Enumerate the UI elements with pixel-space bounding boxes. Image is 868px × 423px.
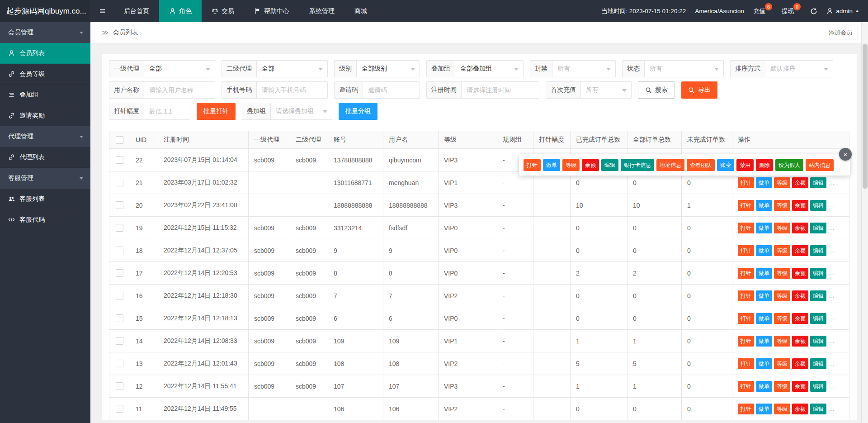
edit-button[interactable]: 编辑 bbox=[810, 290, 826, 301]
withdraw-link[interactable]: 提现 0 bbox=[782, 0, 801, 22]
sidebar-item-service-code[interactable]: 客服代码 bbox=[0, 209, 90, 230]
make-order-button[interactable]: 做单 bbox=[756, 223, 772, 233]
make-order-button[interactable]: 做单 bbox=[756, 200, 772, 211]
status-filter[interactable]: 状态所有 bbox=[622, 60, 724, 77]
more-actions-button[interactable]: ... bbox=[828, 224, 835, 231]
edit-button[interactable]: 编辑 bbox=[810, 177, 826, 188]
sidebar-group-service-management[interactable]: 客服管理 bbox=[0, 168, 90, 189]
batch-group-button[interactable]: 批量分组 bbox=[339, 103, 377, 120]
sidebar-group-member-management[interactable]: 会员管理 bbox=[0, 22, 90, 43]
edit-button[interactable]: 编辑 bbox=[810, 200, 826, 211]
level-button[interactable]: 等级 bbox=[774, 381, 790, 392]
more-actions-button[interactable]: ... bbox=[828, 315, 835, 322]
more-actions-button[interactable]: ... bbox=[828, 270, 835, 276]
level-filter[interactable]: 级别全部级别 bbox=[334, 60, 420, 77]
invite-code-input[interactable] bbox=[363, 82, 420, 98]
username-input[interactable] bbox=[144, 82, 215, 98]
edit-button[interactable]: 编辑 bbox=[810, 381, 826, 392]
level-button[interactable]: 等级 bbox=[774, 404, 790, 414]
page-scrollbar[interactable] bbox=[861, 22, 868, 423]
popup-close-button[interactable]: × bbox=[839, 148, 852, 161]
inject-button[interactable]: 打针 bbox=[738, 313, 754, 324]
row-checkbox[interactable] bbox=[116, 405, 123, 413]
inject-range-input[interactable] bbox=[144, 103, 190, 119]
sidebar-toggle-button[interactable] bbox=[90, 0, 114, 22]
more-actions-button[interactable]: ... bbox=[828, 337, 835, 344]
recharge-link[interactable]: 充值 6 bbox=[753, 0, 773, 22]
balance-button[interactable]: 余额 bbox=[792, 245, 808, 256]
inject-button[interactable]: 打针 bbox=[738, 336, 754, 347]
select-all-checkbox[interactable] bbox=[116, 136, 123, 144]
inject-button[interactable]: 打针 bbox=[738, 381, 754, 392]
account-change-button[interactable]: 账变 bbox=[717, 159, 734, 171]
more-actions-button[interactable]: ... bbox=[828, 247, 835, 254]
inject-button[interactable]: 打针 bbox=[738, 223, 754, 233]
sidebar-group-agent-management[interactable]: 代理管理 bbox=[0, 126, 90, 147]
edit-button[interactable]: 编辑 bbox=[810, 268, 826, 279]
inject-button[interactable]: 打针 bbox=[738, 177, 754, 188]
level-button[interactable]: 等级 bbox=[562, 159, 580, 171]
more-actions-button[interactable]: ... bbox=[828, 383, 835, 390]
level-button[interactable]: 等级 bbox=[774, 177, 790, 188]
row-checkbox[interactable] bbox=[116, 382, 123, 390]
nav-item-trade[interactable]: 交易 bbox=[202, 0, 244, 22]
row-checkbox[interactable] bbox=[116, 179, 123, 186]
row-checkbox[interactable] bbox=[116, 314, 123, 322]
inject-button[interactable]: 打针 bbox=[738, 290, 754, 301]
first-recharge-filter[interactable]: 首次充值所有 bbox=[546, 81, 632, 99]
admin-menu[interactable]: admin bbox=[826, 8, 859, 14]
make-order-button[interactable]: 做单 bbox=[756, 313, 772, 324]
make-order-button[interactable]: 做单 bbox=[756, 177, 772, 188]
sidebar-item-member-level[interactable]: 会员等级 bbox=[0, 64, 90, 85]
nav-item-system[interactable]: 系统管理 bbox=[299, 0, 344, 22]
level-button[interactable]: 等级 bbox=[774, 245, 790, 256]
level-button[interactable]: 等级 bbox=[774, 358, 790, 369]
row-checkbox[interactable] bbox=[116, 337, 123, 345]
more-actions-button[interactable]: ... bbox=[828, 179, 835, 186]
edit-button[interactable]: 编辑 bbox=[810, 336, 826, 347]
reg-time-input[interactable] bbox=[462, 82, 539, 98]
edit-button[interactable]: 编辑 bbox=[601, 159, 618, 171]
inject-button[interactable]: 打针 bbox=[738, 404, 754, 414]
balance-button[interactable]: 余额 bbox=[792, 336, 808, 347]
edit-button[interactable]: 编辑 bbox=[810, 404, 826, 414]
balance-button[interactable]: 余额 bbox=[792, 313, 808, 324]
level-button[interactable]: 等级 bbox=[774, 336, 790, 347]
edit-button[interactable]: 编辑 bbox=[810, 223, 826, 233]
level-button[interactable]: 等级 bbox=[774, 313, 790, 324]
inject-button[interactable]: 打针 bbox=[738, 268, 754, 279]
make-order-button[interactable]: 做单 bbox=[543, 159, 560, 171]
edit-button[interactable]: 编辑 bbox=[810, 245, 826, 256]
inject-button[interactable]: 打针 bbox=[738, 245, 754, 256]
view-team-button[interactable]: 查看团队 bbox=[687, 159, 715, 171]
inject-button[interactable]: 打针 bbox=[738, 358, 754, 369]
stack-group-filter[interactable]: 叠加组全部叠加组 bbox=[426, 60, 524, 77]
sidebar-item-service-list[interactable]: 客服列表 bbox=[0, 189, 90, 209]
row-checkbox[interactable] bbox=[116, 292, 123, 299]
more-actions-button[interactable]: ... bbox=[828, 202, 835, 209]
level-button[interactable]: 等级 bbox=[774, 268, 790, 279]
more-actions-button[interactable]: ... bbox=[828, 405, 835, 412]
more-actions-button[interactable]: ... bbox=[828, 292, 835, 299]
site-message-button[interactable]: 站内消息 bbox=[806, 159, 834, 171]
inject-button[interactable]: 打针 bbox=[738, 200, 754, 211]
balance-button[interactable]: 余额 bbox=[792, 404, 808, 414]
sidebar-item-member-list[interactable]: 会员列表 bbox=[0, 43, 90, 64]
balance-button[interactable]: 余额 bbox=[792, 290, 808, 301]
row-checkbox[interactable] bbox=[116, 247, 123, 254]
scrollbar-thumb[interactable] bbox=[863, 44, 868, 189]
search-button[interactable]: 搜索 bbox=[638, 81, 675, 99]
make-order-button[interactable]: 做单 bbox=[756, 336, 772, 347]
nav-item-home[interactable]: 后台首页 bbox=[114, 0, 159, 22]
bank-info-button[interactable]: 银行卡信息 bbox=[621, 159, 654, 171]
set-dummy-button[interactable]: 设为假人 bbox=[775, 159, 803, 171]
delete-button[interactable]: 删除 bbox=[756, 159, 773, 171]
row-checkbox[interactable] bbox=[116, 360, 123, 367]
batch-inject-button[interactable]: 批量打针 bbox=[197, 103, 236, 120]
sidebar-item-agent-list[interactable]: 代理列表 bbox=[0, 147, 90, 168]
level-button[interactable]: 等级 bbox=[774, 290, 790, 301]
level-button[interactable]: 等级 bbox=[774, 223, 790, 233]
balance-button[interactable]: 余额 bbox=[792, 381, 808, 392]
sidebar-item-invite-reward[interactable]: 邀请奖励 bbox=[0, 105, 90, 126]
make-order-button[interactable]: 做单 bbox=[756, 381, 772, 392]
